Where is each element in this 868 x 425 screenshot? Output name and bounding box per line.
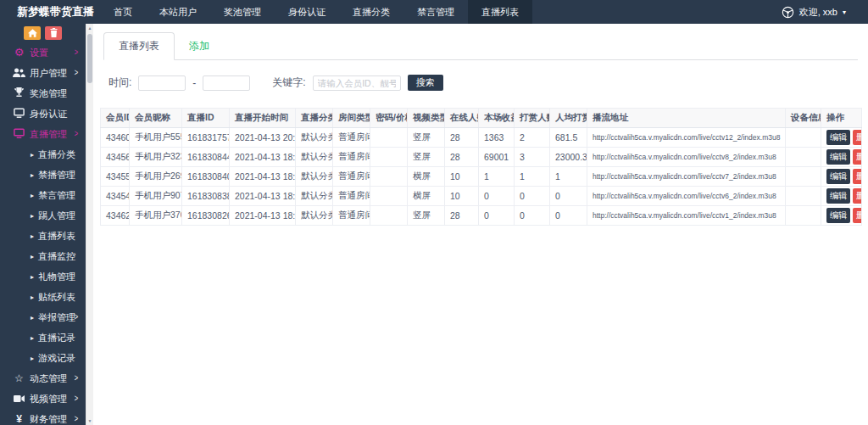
keyword-input[interactable] xyxy=(313,75,401,91)
table-cell xyxy=(786,148,821,167)
column-header: 会员昵称 xyxy=(130,109,182,128)
sidebar-item-16[interactable]: ▸游戏记录 xyxy=(0,348,93,368)
sidebar-item-label: 游戏记录 xyxy=(38,353,75,363)
table-cell: 默认分类 xyxy=(296,128,333,148)
topnav-item-7[interactable]: 直播列表 xyxy=(468,0,532,24)
home-button[interactable] xyxy=(24,26,41,40)
topnav-item-2[interactable]: 本站用户 xyxy=(146,0,210,24)
user-avatar-icon xyxy=(782,6,794,19)
time-start-input[interactable] xyxy=(138,75,186,91)
yen-icon: ¥ xyxy=(12,409,26,425)
table-cell: 1 xyxy=(479,167,515,187)
table-cell: 0 xyxy=(479,206,515,226)
sidebar-item-19[interactable]: ¥财务管理> xyxy=(0,409,93,425)
table-cell-actions: 编辑删除 xyxy=(821,206,862,226)
sidebar: ⚙设置>用户管理>奖池管理身份认证直播管理>▸直播分类▸禁播管理▸禁言管理▸踢人… xyxy=(0,24,93,425)
table-cell: 3 xyxy=(515,148,550,167)
column-header: 房间类型 xyxy=(333,109,370,128)
trophy-icon xyxy=(12,83,26,103)
trash-button[interactable] xyxy=(45,26,62,40)
scrollbar-thumb[interactable] xyxy=(87,34,92,83)
sidebar-item-label: 奖池管理 xyxy=(30,88,67,98)
app-logo: 新梦蝶带货直播 xyxy=(0,0,100,24)
sidebar-item-1[interactable]: ⚙设置> xyxy=(0,42,93,63)
table-cell: 普通房间 xyxy=(333,148,370,167)
table-cell: http://cctvalih5ca.v.myalicdn.com/live/c… xyxy=(587,128,786,148)
edit-button[interactable]: 编辑 xyxy=(826,130,850,145)
table-row: 43455手机用户269516183084092021-04-13 18:06默… xyxy=(101,167,862,187)
triangle-right-icon: ▸ xyxy=(31,171,34,179)
table-cell: 1618308383 xyxy=(182,187,230,206)
sidebar-item-label: 踢人管理 xyxy=(38,210,75,221)
delete-button[interactable]: 删除 xyxy=(853,130,862,145)
keyword-label: 关键字: xyxy=(272,75,305,90)
triangle-right-icon: ▸ xyxy=(31,232,34,240)
sidebar-item-label: 直播列表 xyxy=(38,231,75,241)
sidebar-item-13[interactable]: ▸贴纸列表 xyxy=(0,287,93,307)
topnav-item-4[interactable]: 身份认证 xyxy=(275,0,339,24)
sidebar-item-15[interactable]: ▸直播记录 xyxy=(0,327,93,348)
delete-button[interactable]: 删除 xyxy=(853,208,862,223)
column-header: 播流地址 xyxy=(587,109,786,128)
scroll-down-icon[interactable]: ▼ xyxy=(86,417,93,425)
table-cell: 普通房间 xyxy=(333,167,370,187)
sidebar-item-2[interactable]: 用户管理> xyxy=(0,63,93,83)
table-cell: 43454 xyxy=(101,187,130,206)
triangle-right-icon: ▸ xyxy=(31,151,34,159)
user-menu[interactable]: 欢迎, xxb ▾ xyxy=(782,0,868,24)
search-button[interactable]: 搜索 xyxy=(408,75,443,91)
scroll-up-icon[interactable]: ▲ xyxy=(86,24,93,32)
star-icon: ☆ xyxy=(12,368,26,389)
delete-button[interactable]: 删除 xyxy=(853,188,862,204)
topnav-item-3[interactable]: 奖池管理 xyxy=(210,0,275,24)
sidebar-item-11[interactable]: ▸直播监控 xyxy=(0,246,93,266)
sidebar-item-8[interactable]: ▸禁言管理 xyxy=(0,185,93,205)
delete-button[interactable]: 删除 xyxy=(853,149,862,165)
sidebar-item-14[interactable]: ▸举报管理> xyxy=(0,307,93,327)
column-header: 直播ID xyxy=(182,109,230,128)
topnav-item-6[interactable]: 禁言管理 xyxy=(403,0,468,24)
chevron-right-icon: > xyxy=(75,42,78,63)
table-cell: 默认分类 xyxy=(296,187,333,206)
column-header: 设备信息 xyxy=(786,109,821,128)
sidebar-scrollbar[interactable]: ▲ ▼ xyxy=(86,24,93,425)
tab-add[interactable]: 添加 xyxy=(175,33,224,59)
search-toolbar: 时间: - 关键字: 搜索 xyxy=(108,75,868,91)
table-cell: 1363 xyxy=(479,128,515,148)
delete-button[interactable]: 删除 xyxy=(853,169,862,184)
table-cell: 1618308409 xyxy=(182,167,230,187)
sidebar-item-label: 用户管理 xyxy=(30,68,67,78)
sidebar-item-3[interactable]: 奖池管理 xyxy=(0,83,93,103)
sidebar-item-17[interactable]: ☆动态管理> xyxy=(0,368,93,389)
edit-button[interactable]: 编辑 xyxy=(826,149,850,165)
table-cell xyxy=(370,128,408,148)
table-cell-actions: 编辑删除 xyxy=(821,148,862,167)
sidebar-item-10[interactable]: ▸直播列表 xyxy=(0,226,93,246)
topnav-item-1[interactable]: 首页 xyxy=(100,0,146,24)
table-cell: 43455 xyxy=(101,167,130,187)
table-cell: http://cctvalih5ca.v.myalicdn.com/live/c… xyxy=(587,167,786,187)
table-cell: 10 xyxy=(445,187,479,206)
sidebar-item-7[interactable]: ▸禁播管理 xyxy=(0,165,93,185)
edit-button[interactable]: 编辑 xyxy=(826,188,850,204)
table-cell: 竖屏 xyxy=(408,128,445,148)
sidebar-item-4[interactable]: 身份认证 xyxy=(0,103,93,124)
edit-button[interactable]: 编辑 xyxy=(826,208,850,223)
sidebar-item-12[interactable]: ▸礼物管理 xyxy=(0,266,93,287)
table-cell: 手机用户3234 xyxy=(130,148,182,167)
topnav-item-5[interactable]: 直播分类 xyxy=(339,0,403,24)
time-end-input[interactable] xyxy=(203,75,250,91)
table-cell: 43462 xyxy=(101,206,130,226)
sidebar-item-18[interactable]: 视频管理> xyxy=(0,389,93,409)
triangle-right-icon: ▸ xyxy=(31,273,34,281)
table-cell: 横屏 xyxy=(408,167,445,187)
table-cell: 10 xyxy=(445,167,479,187)
table-cell: 默认分类 xyxy=(296,148,333,167)
sidebar-item-9[interactable]: ▸踢人管理 xyxy=(0,205,93,226)
tab-live-list[interactable]: 直播列表 xyxy=(103,32,175,60)
sidebar-item-5[interactable]: 直播管理> xyxy=(0,124,93,144)
sidebar-item-6[interactable]: ▸直播分类 xyxy=(0,144,93,165)
edit-button[interactable]: 编辑 xyxy=(826,169,850,184)
triangle-right-icon: ▸ xyxy=(31,294,34,301)
triangle-right-icon: ▸ xyxy=(31,355,34,362)
